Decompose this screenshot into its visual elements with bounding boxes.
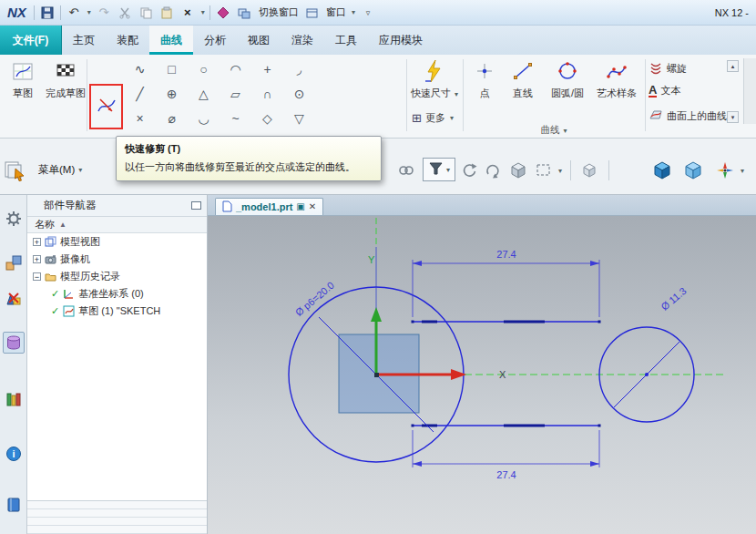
resource-bar-gear-icon[interactable] — [3, 208, 25, 230]
panel-float-icon[interactable] — [191, 201, 201, 210]
paste-icon[interactable] — [158, 5, 175, 21]
expand-toggle[interactable]: + — [33, 255, 41, 263]
rotate-view-icon[interactable] — [485, 159, 501, 182]
ribbon-tab-render[interactable]: 渲染 — [281, 26, 324, 55]
collapsed-section-row[interactable] — [27, 518, 207, 526]
curve-tool-icon[interactable]: □ — [156, 56, 188, 81]
more-button[interactable]: ⊞ 更多 ▾ — [412, 111, 454, 125]
curve-tool-icon[interactable]: ∩ — [251, 81, 283, 106]
selection-filter-button[interactable]: ▾ — [423, 158, 455, 181]
customize-quick-access-icon[interactable]: ▿ — [360, 5, 376, 21]
collapsed-section-row[interactable] — [27, 501, 207, 509]
save-icon[interactable] — [39, 5, 56, 21]
tree-row-sketch[interactable]: ✓ 草图 (1) "SKETCH — [27, 303, 207, 320]
ribbon-tab-tools[interactable]: 工具 — [324, 26, 368, 55]
navigator-collapsed-sections[interactable] — [27, 500, 207, 534]
work-cube-icon[interactable] — [581, 159, 598, 182]
part-navigator-icon[interactable] — [3, 332, 25, 354]
curve-on-surface-button[interactable]: 曲面上的曲线 — [649, 108, 736, 124]
curve-tool-icon[interactable]: + — [251, 56, 283, 81]
sketch-button[interactable]: 草图 — [4, 58, 42, 100]
file-menu-button[interactable]: 文件(F) — [0, 26, 62, 55]
shaded-view-cube-icon[interactable] — [652, 159, 672, 182]
arc-circle-button[interactable]: 圆弧/圆 — [543, 58, 592, 100]
finish-sketch-button[interactable]: 完成草图 — [42, 58, 89, 100]
tab-close-icon[interactable]: ✕ — [309, 201, 316, 211]
text-button[interactable]: A 文本 — [649, 84, 725, 98]
repeat-command-icon[interactable] — [215, 5, 231, 21]
ribbon-tab-curve[interactable]: 曲线 — [149, 26, 193, 55]
orient-view-cube-icon[interactable] — [510, 159, 526, 182]
helix-button[interactable]: 螺旋 — [649, 60, 725, 77]
dropdown-icon[interactable]: ▾ — [455, 90, 458, 98]
wireframe-view-cube-icon[interactable] — [683, 159, 703, 182]
curve-tool-icon[interactable]: △ — [188, 81, 220, 106]
checkbox-checked-icon[interactable]: ✓ — [51, 305, 59, 317]
link-icon[interactable] — [397, 159, 415, 182]
expand-toggle[interactable]: + — [33, 238, 41, 246]
collapse-toggle[interactable]: − — [33, 272, 41, 281]
window-icon[interactable] — [303, 5, 320, 21]
tree-row-cameras[interactable]: + 摄像机 — [27, 251, 207, 268]
curve-tool-icon[interactable]: ⊙ — [283, 81, 315, 106]
tab-restore-icon[interactable]: ▣ — [296, 201, 304, 211]
selection-bar-icon[interactable] — [4, 159, 27, 182]
part-file-tab[interactable]: _model1.prt ▣ ✕ — [215, 198, 323, 215]
curve-tool-icon[interactable]: × — [124, 107, 156, 131]
name-column-header[interactable]: 名称 ▲ — [27, 217, 207, 233]
curve-tool-icon[interactable]: ◇ — [251, 107, 283, 131]
marquee-select-icon[interactable] — [536, 159, 552, 182]
curve-tool-icon[interactable]: ◡ — [188, 107, 220, 131]
ribbon-tab-home[interactable]: 主页 — [62, 26, 106, 55]
tree-row-model-history[interactable]: − 模型历史记录 — [27, 268, 207, 285]
curve-tool-icon[interactable]: ⊕ — [156, 81, 188, 106]
curve-tool-icon[interactable]: ▽ — [283, 107, 315, 131]
dropdown-icon[interactable]: ▾ — [557, 159, 562, 182]
ribbon-tab-view[interactable]: 视图 — [237, 26, 281, 55]
curve-tool-icon[interactable]: ◞ — [283, 56, 315, 81]
cut-icon[interactable] — [117, 5, 133, 21]
curve-tool-icon[interactable]: ○ — [188, 56, 220, 81]
assembly-navigator-icon[interactable] — [3, 252, 25, 273]
window-dropdown-icon[interactable]: ▾ — [352, 8, 355, 16]
curve-tool-icon[interactable]: ◠ — [220, 56, 251, 81]
undo-icon[interactable]: ↶ — [66, 5, 82, 21]
curve-tool-icon[interactable]: ∿ — [124, 56, 156, 81]
ribbon-scroll-up-button[interactable]: ▴ — [727, 60, 739, 72]
undo-dropdown-icon[interactable]: ▾ — [87, 8, 91, 16]
redo-icon[interactable]: ↷ — [96, 5, 112, 21]
curve-tool-icon[interactable]: ⌀ — [156, 107, 188, 131]
dropdown-icon[interactable]: ▾ — [740, 159, 744, 182]
curve-tool-icon[interactable]: ▱ — [220, 81, 251, 106]
reuse-library-icon[interactable] — [3, 388, 25, 410]
copy-icon[interactable] — [138, 5, 154, 21]
line-button[interactable]: 直线 — [503, 58, 543, 100]
point-button[interactable]: 点 — [466, 58, 503, 100]
window-button[interactable]: 窗口 — [326, 5, 346, 19]
graphics-canvas[interactable]: 27.4 27.4 Ø p6=20.0 Ø 11.3 Y — [208, 216, 756, 534]
quick-trim-button[interactable] — [92, 86, 121, 128]
tree-row-model-views[interactable]: + 模型视图 — [27, 233, 207, 251]
history-notebook-icon[interactable] — [3, 494, 25, 516]
dropdown-icon[interactable]: ▾ — [450, 114, 454, 122]
curve-tool-icon[interactable]: ~ — [220, 107, 251, 131]
ribbon-tab-application[interactable]: 应用模块 — [368, 26, 434, 55]
tree-row-datum-csys[interactable]: ✓ 基准坐标系 (0) — [27, 285, 207, 303]
refresh-icon[interactable] — [461, 159, 477, 182]
delete-dropdown-icon[interactable]: ▾ — [201, 8, 205, 16]
checkbox-checked-icon[interactable]: ✓ — [51, 288, 59, 300]
group-dropdown-icon[interactable]: ▾ — [563, 127, 567, 135]
art-spline-button[interactable]: 艺术样条 — [592, 58, 641, 100]
menu-button[interactable]: 菜单(M) ▾ — [33, 159, 87, 180]
curve-tool-icon[interactable]: ╱ — [124, 81, 156, 106]
switch-window-icon[interactable] — [236, 5, 252, 21]
switch-window-button[interactable]: 切换窗口 — [259, 5, 299, 19]
delete-icon[interactable]: × — [179, 5, 196, 21]
ribbon-scroll-down-button[interactable]: ▾ — [727, 111, 739, 123]
quick-dimension-button[interactable]: 快速尺寸 ▾ — [410, 58, 459, 100]
ribbon-tab-analysis[interactable]: 分析 — [193, 26, 237, 55]
web-browser-icon[interactable]: i — [3, 443, 25, 465]
snap-point-icon[interactable] — [716, 159, 734, 182]
constraint-navigator-icon[interactable] — [3, 288, 25, 310]
collapsed-section-row[interactable] — [27, 526, 207, 534]
